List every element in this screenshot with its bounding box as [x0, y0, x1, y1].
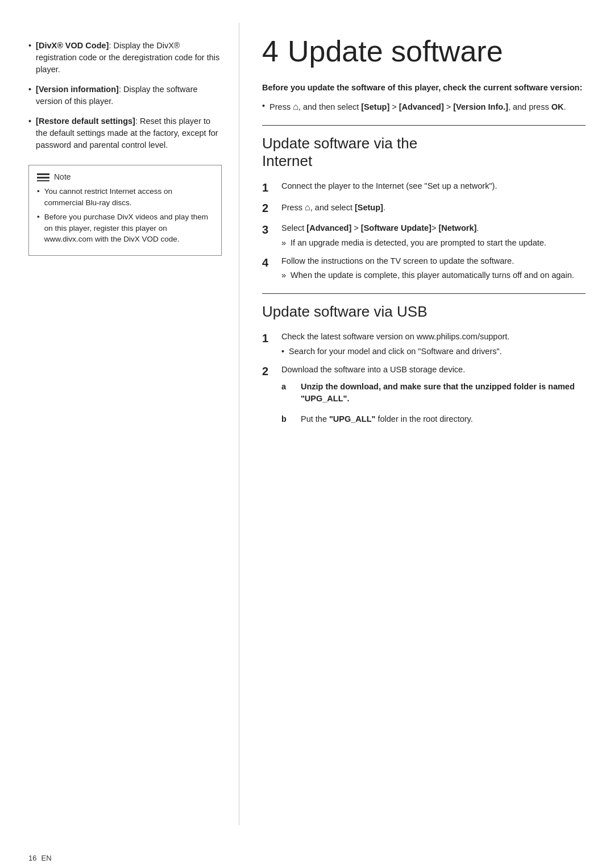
note-item-1: You cannot restrict Internet access on c…: [37, 186, 213, 208]
intro-step-text: Press , and then select [Setup] > [Advan…: [269, 100, 566, 114]
step-3-content: Select [Advanced] > [Software Update]> […: [281, 222, 586, 250]
step-num-1: 1: [262, 180, 278, 195]
list-item-text-2: [Version information]: Display the softw…: [36, 84, 222, 107]
section2-step-2: 2 Download the software into a USB stora…: [262, 364, 586, 434]
chapter-heading: 4 Update software: [262, 34, 586, 68]
right-column: 4 Update software Before you update the …: [239, 23, 614, 825]
section1-step-2: 2 Press , and select [Setup].: [262, 201, 586, 217]
step-3-subnote-text: If an upgrade media is detected, you are…: [291, 237, 546, 250]
page-number: 16: [28, 854, 36, 862]
section2-step-1: 1 Check the latest software version on w…: [262, 331, 586, 358]
usb-step-1-subbullet-text: Search for your model and click on "Soft…: [289, 346, 502, 358]
step-2-content: Press , and select [Setup].: [281, 201, 586, 217]
lettered-b-text: Put the "UPG_ALL" folder in the root dir…: [301, 413, 586, 426]
usb-step-num-1: 1: [262, 331, 278, 346]
list-item-restore: [Restore default settings]: Reset this p…: [28, 115, 222, 151]
intro-bold-text: Before you update the software of this p…: [262, 82, 586, 94]
step-num-3: 3: [262, 222, 278, 237]
usb-step-1-subbullet: Search for your model and click on "Soft…: [281, 346, 586, 358]
svg-rect-6: [37, 180, 39, 181]
section1-step-1: 1 Connect the player to the Internet (se…: [262, 180, 586, 195]
intro-list: Press , and then select [Setup] > [Advan…: [262, 100, 586, 114]
step-1-text: Connect the player to the Internet (see …: [281, 180, 586, 193]
step-4-text: Follow the instructions on the TV screen…: [281, 255, 586, 268]
left-bullet-list: 4 [DivX® VOD Code]: Display the DivX® re…: [28, 40, 222, 151]
intro-step-item: Press , and then select [Setup] > [Advan…: [262, 100, 586, 114]
svg-rect-5: [37, 177, 39, 178]
lettered-b-content: Put the "UPG_ALL" folder in the root dir…: [301, 413, 586, 428]
home-icon-intro: [293, 102, 298, 111]
usb-step-1-text: Check the latest software version on www…: [281, 331, 586, 343]
list-item-divx-vod: 4 [DivX® VOD Code]: Display the DivX® re…: [28, 40, 222, 76]
list-item-version-info: [Version information]: Display the softw…: [28, 84, 222, 107]
step-4-subnote: When the update is complete, this player…: [281, 269, 586, 282]
page-footer: 16 EN: [0, 848, 614, 868]
note-list: You cannot restrict Internet access on c…: [37, 186, 213, 245]
chapter-number: 4: [262, 34, 279, 68]
step-4-content: Follow the instructions on the TV screen…: [281, 255, 586, 283]
step-num-2: 2: [262, 201, 278, 215]
section2-steps: 1 Check the latest software version on w…: [262, 331, 586, 434]
step-3-subnote: If an upgrade media is detected, you are…: [281, 237, 586, 250]
note-header: Note: [37, 172, 213, 181]
letter-b: b: [281, 413, 297, 426]
page-lang: EN: [41, 854, 51, 862]
letter-a: a: [281, 381, 297, 393]
chapter-title: Update software: [288, 35, 503, 68]
note-box: Note You cannot restrict Internet access…: [28, 165, 222, 256]
lettered-steps-list: a Unzip the download, and make sure that…: [281, 381, 586, 428]
section2-title: Update software via USB: [262, 303, 586, 321]
svg-rect-4: [37, 173, 39, 175]
step-4-subnote-text: When the update is complete, this player…: [291, 269, 574, 282]
term-label-2: [Version information]: [36, 85, 119, 94]
left-column: 4 [DivX® VOD Code]: Display the DivX® re…: [0, 23, 239, 825]
usb-step-num-2: 2: [262, 364, 278, 379]
usb-step-1-content: Check the latest software version on www…: [281, 331, 586, 358]
section1-title: Update software via theInternet: [262, 135, 586, 170]
usb-step-2-text: Download the software into a USB storage…: [281, 364, 586, 376]
note-label: Note: [54, 172, 71, 181]
note-item-2: Before you purchase DivX videos and play…: [37, 211, 213, 245]
lettered-a-text: Unzip the download, and make sure that t…: [301, 381, 586, 406]
lettered-step-b: b Put the "UPG_ALL" folder in the root d…: [281, 413, 586, 428]
term-label-1: [DivX® VOD Code]: [36, 41, 109, 50]
step-num-4: 4: [262, 255, 278, 270]
section1-step-3: 3 Select [Advanced] > [Software Update]>…: [262, 222, 586, 250]
step-1-content: Connect the player to the Internet (see …: [281, 180, 586, 195]
usb-step-2-content: Download the software into a USB storage…: [281, 364, 586, 434]
section1-steps: 1 Connect the player to the Internet (se…: [262, 180, 586, 282]
term-label-3: [Restore default settings]: [36, 117, 135, 126]
section1-divider: [262, 125, 586, 126]
list-item-text: 4 [DivX® VOD Code]: Display the DivX® re…: [36, 40, 222, 76]
section1-step-4: 4 Follow the instructions on the TV scre…: [262, 255, 586, 283]
list-item-text-3: [Restore default settings]: Reset this p…: [36, 115, 222, 151]
step-2-text: Press , and select [Setup].: [281, 201, 586, 214]
step-3-text: Select [Advanced] > [Software Update]> […: [281, 222, 586, 235]
lettered-a-content: Unzip the download, and make sure that t…: [301, 381, 586, 408]
section2-divider: [262, 293, 586, 294]
home-icon-2: [305, 203, 310, 212]
note-icon: [37, 172, 49, 181]
lettered-step-a: a Unzip the download, and make sure that…: [281, 381, 586, 408]
